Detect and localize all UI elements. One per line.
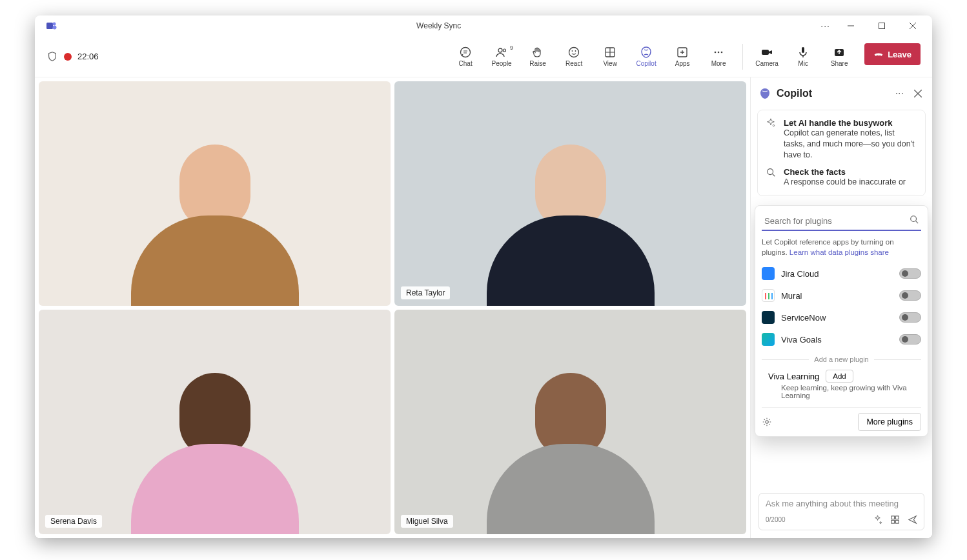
meeting-body: Reta Taylor Serena Davis Miguel Silva Co…	[35, 77, 932, 538]
chat-button[interactable]: Chat	[448, 43, 483, 70]
chat-label: Chat	[459, 60, 473, 67]
plugins-popover: Let Copilot reference apps by turning on…	[755, 205, 928, 437]
participant-name: Serena Davis	[45, 515, 102, 528]
divider-label: Add a new plugin	[814, 355, 868, 363]
react-label: React	[565, 60, 582, 67]
svg-point-32	[911, 216, 917, 222]
leave-button[interactable]: Leave	[864, 43, 921, 65]
sidepanel-more-icon[interactable]: ···	[893, 85, 906, 102]
toolbar-actions: Chat 9 People Raise React View	[99, 43, 924, 70]
plugin-row-vivagoals: Viva Goals	[762, 328, 921, 350]
toolbar-separator	[742, 44, 743, 70]
servicenow-icon	[762, 311, 775, 324]
copilot-label: Copilot	[636, 60, 657, 67]
avatar	[131, 145, 299, 306]
people-icon: 9	[495, 46, 508, 59]
people-button[interactable]: 9 People	[484, 43, 519, 70]
vivagoals-icon	[762, 333, 775, 346]
copilot-button[interactable]: Copilot	[629, 43, 664, 70]
compose-actions	[873, 515, 917, 525]
plugin-name: Jira Cloud	[781, 269, 893, 279]
participant-tile[interactable]	[39, 81, 391, 306]
mic-label: Mic	[798, 60, 808, 67]
svg-rect-35	[891, 516, 895, 519]
leave-label: Leave	[888, 50, 911, 59]
mural-icon	[762, 289, 775, 302]
minimize-button[interactable]	[837, 16, 865, 35]
tip-item: Check the facts A response could be inac…	[766, 167, 917, 188]
sidepanel-close-icon[interactable]	[911, 87, 924, 100]
people-count: 9	[510, 45, 513, 51]
svg-point-14	[575, 50, 576, 52]
plugin-search-wrap	[762, 212, 921, 231]
add-plugin-button[interactable]: Add	[826, 370, 853, 383]
svg-rect-4	[879, 23, 885, 29]
view-button[interactable]: View	[593, 43, 627, 70]
tip-heading: Let AI handle the busywork	[784, 118, 917, 128]
plugin-name: Viva Goals	[781, 335, 893, 345]
search-check-icon	[766, 167, 777, 188]
shield-icon[interactable]	[46, 51, 58, 63]
participant-tile[interactable]: Miguel Silva	[394, 310, 746, 534]
meeting-timer: 22:06	[77, 52, 99, 61]
plugin-row-servicenow: ServiceNow	[762, 306, 921, 328]
react-button[interactable]: React	[556, 43, 591, 70]
raise-hand-button[interactable]: Raise	[520, 43, 555, 70]
plugin-name: ServiceNow	[781, 313, 893, 323]
svg-rect-24	[762, 50, 769, 55]
svg-point-23	[721, 52, 723, 54]
plugins-grid-icon[interactable]	[890, 515, 900, 525]
more-plugins-button[interactable]: More plugins	[858, 413, 921, 431]
share-button[interactable]: Share	[822, 43, 857, 70]
title-more-icon[interactable]: ···	[814, 21, 837, 31]
new-plugin-card: Viva Learning Add Keep learning, keep gr…	[762, 366, 921, 401]
copilot-tips-card: Let AI handle the busywork Copilot can g…	[757, 110, 926, 196]
sparkle-prompt-icon[interactable]	[873, 515, 882, 525]
compose-area: Ask me anything about this meeting 0/200…	[751, 486, 932, 538]
participant-tile[interactable]: Reta Taylor	[394, 81, 746, 306]
maximize-button[interactable]	[868, 16, 896, 35]
more-label: More	[711, 60, 726, 67]
apps-button[interactable]: Apps	[665, 43, 700, 70]
svg-point-11	[504, 49, 506, 52]
view-icon	[604, 46, 616, 59]
close-button[interactable]	[899, 16, 927, 35]
svg-point-12	[569, 48, 579, 57]
svg-point-22	[718, 52, 720, 54]
mic-button[interactable]: Mic	[786, 43, 820, 70]
people-label: People	[492, 60, 512, 67]
sparkle-icon	[766, 118, 777, 161]
popover-footer: More plugins	[762, 407, 921, 431]
plugin-toggle[interactable]	[899, 290, 921, 301]
svg-rect-36	[895, 516, 899, 519]
plugin-toggle[interactable]	[899, 334, 921, 345]
svg-point-34	[766, 421, 768, 423]
recording-indicator-icon	[65, 54, 71, 60]
window-title: Weekly Sync	[63, 21, 814, 30]
svg-line-31	[773, 174, 775, 176]
plugin-toggle[interactable]	[899, 268, 921, 279]
svg-point-30	[768, 168, 773, 174]
new-plugin-desc: Keep learning, keep growing with Viva Le…	[762, 384, 921, 399]
plugin-hint-link[interactable]: Learn what data plugins share	[789, 248, 889, 256]
camera-button[interactable]: Camera	[749, 43, 784, 70]
tip-body: A response could be inaccurate or	[784, 177, 906, 188]
compose-box[interactable]: Ask me anything about this meeting 0/200…	[758, 493, 924, 530]
svg-point-29	[773, 125, 774, 126]
view-label: View	[603, 60, 617, 67]
share-label: Share	[831, 60, 848, 67]
video-grid: Reta Taylor Serena Davis Miguel Silva	[35, 77, 750, 538]
char-counter: 0/2000	[766, 516, 786, 523]
send-icon[interactable]	[908, 515, 917, 525]
participant-tile[interactable]: Serena Davis	[39, 310, 391, 534]
participant-name: Reta Taylor	[401, 286, 450, 299]
plugin-search-input[interactable]	[762, 212, 921, 231]
copilot-side-panel: Copilot ··· Let AI handle the busywork C…	[750, 77, 932, 538]
compose-placeholder: Ask me anything about this meeting	[766, 499, 917, 508]
more-button[interactable]: More	[701, 43, 736, 70]
plugin-toggle[interactable]	[899, 312, 921, 323]
tip-item: Let AI handle the busywork Copilot can g…	[766, 118, 917, 161]
settings-icon[interactable]	[762, 417, 772, 427]
sidepanel-title: Copilot	[777, 88, 888, 99]
avatar	[487, 145, 655, 306]
